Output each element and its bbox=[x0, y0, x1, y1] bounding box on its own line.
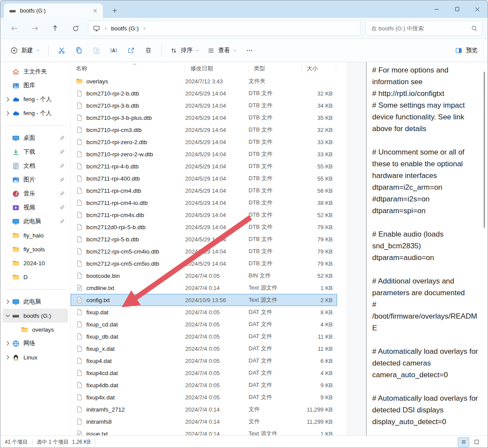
sidebar-item--[interactable]: 主文件夹 bbox=[3, 65, 68, 79]
file-row-fixup_x-dat[interactable]: fixup_x.dat2024/7/4 0:05DAT 文件11 KB bbox=[71, 343, 337, 355]
chevron-placeholder bbox=[4, 273, 11, 280]
file-row-bcm2710-rpi-2-b-dtb[interactable]: bcm2710-rpi-2-b.dtb2024/5/29 14:04DTB 文件… bbox=[71, 87, 337, 99]
file-name: bcm2710-rpi-zero-2-w.dtb bbox=[86, 151, 153, 158]
cut-button[interactable] bbox=[53, 43, 70, 58]
file-row-bcm2711-rpi-cm4-dtb[interactable]: bcm2711-rpi-cm4.dtb2024/5/29 14:04DTB 文件… bbox=[71, 184, 337, 197]
preview-toggle-button[interactable]: 预览 bbox=[451, 43, 481, 58]
file-row-cmdline-txt[interactable]: cmdline.txt2024/7/4 0:14Text 源文件1 KB bbox=[71, 282, 337, 294]
refresh-button[interactable] bbox=[67, 21, 84, 36]
column-header-name[interactable]: 名称 bbox=[71, 65, 185, 72]
up-button[interactable] bbox=[46, 21, 64, 36]
file-row-fixup_db-dat[interactable]: fixup_db.dat2024/7/4 0:05DAT 文件11 KB bbox=[71, 330, 337, 343]
file-row-bcm2712-rpi-cm5-cm5io-dtb[interactable]: bcm2712-rpi-cm5-cm5io.dtb2024/5/29 14:04… bbox=[71, 257, 337, 270]
sidebar-item-fly_halo[interactable]: fly_halo bbox=[3, 228, 68, 242]
file-row-bcm2712-rpi-5-b-dtb[interactable]: bcm2712-rpi-5-b.dtb2024/5/29 14:04DTB 文件… bbox=[71, 233, 337, 245]
delete-button[interactable] bbox=[140, 43, 157, 58]
file-row-fixup_cd-dat[interactable]: fixup_cd.dat2024/7/4 0:05DAT 文件4 KB bbox=[71, 318, 337, 330]
close-button[interactable] bbox=[467, 0, 488, 18]
sidebar-item--[interactable]: 图库 bbox=[3, 79, 68, 92]
file-row-bcm2710-rpi-3-b-plus-dtb[interactable]: bcm2710-rpi-3-b-plus.dtb2024/5/29 14:04D… bbox=[71, 112, 337, 124]
file-row-initramfs_2712[interactable]: initramfs_27122024/7/4 0:14文件11,299 KB bbox=[71, 403, 337, 415]
file-row-overlays[interactable]: overlays2024/7/12 3:43文件夹 bbox=[71, 75, 337, 87]
minimize-button[interactable] bbox=[426, 0, 447, 18]
file-row-bcm2711-rpi-cm4s-dtb[interactable]: bcm2711-rpi-cm4s.dtb2024/5/29 14:04DTB 文… bbox=[71, 209, 337, 221]
preview-scrollbar[interactable] bbox=[484, 72, 485, 228]
file-row-fixup4cd-dat[interactable]: fixup4cd.dat2024/7/4 0:05DAT 文件4 KB bbox=[71, 367, 337, 379]
file-row-fixup-dat[interactable]: fixup.dat2024/7/4 0:05DAT 文件8 KB bbox=[71, 306, 337, 318]
chevron-right-icon[interactable] bbox=[4, 340, 11, 347]
file-row-fixup4db-dat[interactable]: fixup4db.dat2024/7/4 0:05DAT 文件9 KB bbox=[71, 379, 337, 391]
sidebar-item--[interactable]: 音乐 bbox=[3, 187, 68, 201]
tab-bootfs[interactable]: bootfs (G:) bbox=[4, 3, 103, 18]
sidebar-item-label: 文档 bbox=[23, 162, 35, 170]
chevron-right-icon[interactable] bbox=[4, 96, 11, 103]
chevron-right-icon[interactable] bbox=[4, 298, 11, 305]
sidebar-item--[interactable]: 下载 bbox=[3, 145, 68, 159]
sidebar-item-d[interactable]: D bbox=[3, 270, 68, 284]
sidebar-item--[interactable]: 此电脑 bbox=[3, 295, 68, 309]
maximize-button[interactable] bbox=[447, 0, 467, 18]
file-row-config-txt[interactable]: config.txt2024/10/9 13:56Text 源文件2 KB bbox=[71, 294, 337, 306]
search-input[interactable] bbox=[370, 25, 471, 32]
file-type: DTB 文件 bbox=[249, 187, 301, 194]
new-button[interactable]: 新建 bbox=[7, 43, 44, 58]
breadcrumb[interactable]: bootfs (G:) bbox=[88, 21, 360, 36]
file-type: DAT 文件 bbox=[249, 381, 301, 389]
sidebar-item-linux[interactable]: Linux bbox=[3, 350, 68, 364]
file-size: 11 KB bbox=[301, 333, 336, 340]
copy-button[interactable] bbox=[70, 43, 88, 58]
share-button[interactable] bbox=[122, 43, 140, 58]
file-type: DAT 文件 bbox=[249, 357, 301, 365]
file-row-fixup4x-dat[interactable]: fixup4x.dat2024/7/4 0:05DAT 文件9 KB bbox=[71, 391, 337, 403]
file-date: 2024/5/29 14:04 bbox=[185, 212, 249, 218]
column-header-size[interactable]: 大小 bbox=[301, 65, 336, 72]
file-row-bcm2711-rpi-400-dtb[interactable]: bcm2711-rpi-400.dtb2024/5/29 14:04DTB 文件… bbox=[71, 172, 337, 184]
file-row-bootcode-bin[interactable]: bootcode.bin2024/7/4 0:05BIN 文件52 KB bbox=[71, 270, 337, 282]
file-row-issue-txt[interactable]: issue.txt2024/7/4 0:14Text 源文件1 KB bbox=[71, 428, 337, 435]
this-pc-icon[interactable] bbox=[93, 25, 100, 32]
sidebar-item--[interactable]: 桌面 bbox=[3, 131, 68, 145]
file-row-bcm2712d0-rpi-5-b-dtb[interactable]: bcm2712d0-rpi-5-b.dtb2024/5/29 14:04DTB … bbox=[71, 221, 337, 233]
more-options-button[interactable] bbox=[241, 43, 258, 58]
sidebar-item-feng-[interactable]: feng - 个人 bbox=[3, 92, 68, 106]
sidebar-item-bootfs-g-[interactable]: bootfs (G:) bbox=[3, 309, 68, 323]
file-size: 4 KB bbox=[301, 321, 336, 328]
rename-button[interactable] bbox=[105, 43, 122, 58]
column-header-type[interactable]: 类型 bbox=[249, 65, 301, 72]
sidebar-item--[interactable]: 视频 bbox=[3, 201, 68, 214]
sidebar-item--[interactable]: 图片 bbox=[3, 173, 68, 187]
file-row-bcm2710-rpi-cm3-dtb[interactable]: bcm2710-rpi-cm3.dtb2024/5/29 14:04DTB 文件… bbox=[71, 124, 337, 136]
file-row-fixup4-dat[interactable]: fixup4.dat2024/7/4 0:05DAT 文件6 KB bbox=[71, 355, 337, 367]
sidebar-item--[interactable]: 此电脑 bbox=[3, 214, 68, 228]
search-box[interactable] bbox=[366, 21, 482, 36]
file-row-bcm2712-rpi-cm5-cm4io-dtb[interactable]: bcm2712-rpi-cm5-cm4io.dtb2024/5/29 14:04… bbox=[71, 245, 337, 257]
sidebar-item--[interactable]: 网络 bbox=[3, 336, 68, 350]
view-button[interactable]: 查看 bbox=[203, 43, 241, 58]
search-icon[interactable] bbox=[471, 25, 478, 32]
chevron-right-icon[interactable] bbox=[4, 354, 11, 361]
chevron-right-icon[interactable] bbox=[4, 110, 11, 117]
file-row-initramfs8[interactable]: initramfs82024/7/4 0:14文件11,299 KB bbox=[71, 415, 337, 428]
file-row-bcm2710-rpi-3-b-dtb[interactable]: bcm2710-rpi-3-b.dtb2024/5/29 14:04DTB 文件… bbox=[71, 99, 337, 112]
sort-button[interactable]: 排序 bbox=[166, 43, 203, 58]
file-row-bcm2711-rpi-4-b-dtb[interactable]: bcm2711-rpi-4-b.dtb2024/5/29 14:04DTB 文件… bbox=[71, 160, 337, 172]
sidebar-item-2024-10[interactable]: 2024-10 bbox=[3, 256, 68, 270]
file-row-bcm2711-rpi-cm4-io-dtb[interactable]: bcm2711-rpi-cm4-io.dtb2024/5/29 14:04DTB… bbox=[71, 197, 337, 209]
forward-button[interactable] bbox=[26, 21, 43, 36]
new-tab-button[interactable] bbox=[109, 5, 120, 16]
back-button[interactable] bbox=[6, 21, 23, 36]
details-view-button[interactable] bbox=[458, 437, 469, 447]
sidebar-item-overlays[interactable]: overlays bbox=[11, 323, 68, 336]
column-header-date[interactable]: 修改日期 bbox=[185, 65, 249, 72]
sidebar-item--[interactable]: 文档 bbox=[3, 159, 68, 173]
tab-close-icon[interactable] bbox=[91, 7, 99, 15]
chevron-placeholder bbox=[13, 326, 20, 333]
chevron-down-icon[interactable] bbox=[4, 312, 11, 319]
file-row-bcm2710-rpi-zero-2-dtb[interactable]: bcm2710-rpi-zero-2.dtb2024/5/29 14:04DTB… bbox=[71, 136, 337, 148]
breadcrumb-item-bootfs[interactable]: bootfs (G:) bbox=[111, 25, 139, 32]
thumbnail-view-button[interactable] bbox=[471, 437, 482, 447]
chevron-right-icon[interactable] bbox=[142, 26, 147, 31]
file-row-bcm2710-rpi-zero-2-w-dtb[interactable]: bcm2710-rpi-zero-2-w.dtb2024/5/29 14:04D… bbox=[71, 148, 337, 160]
sidebar-item-fly_tools[interactable]: fly_tools bbox=[3, 242, 68, 256]
sidebar-item-feng-[interactable]: feng - 个人 bbox=[3, 106, 68, 120]
